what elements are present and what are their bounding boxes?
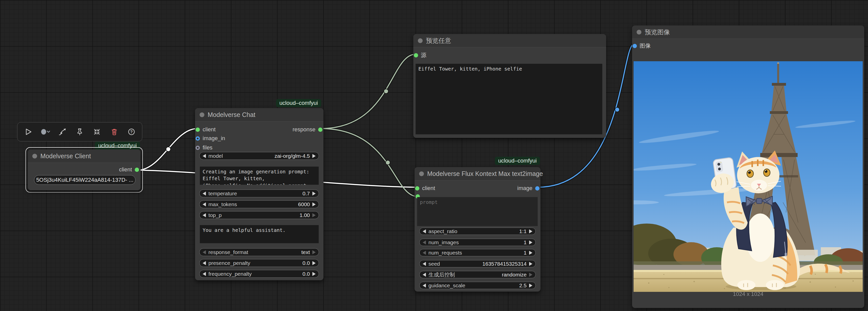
decrement-arrow-icon[interactable] xyxy=(203,250,206,254)
input-client[interactable]: client xyxy=(195,126,216,133)
increment-arrow-icon[interactable] xyxy=(529,273,532,277)
input-image-in[interactable]: image_in xyxy=(195,135,225,142)
decrement-arrow-icon[interactable] xyxy=(423,240,426,244)
collapse-dot-icon[interactable] xyxy=(418,38,423,43)
preview-image-cat-selfie[interactable] xyxy=(633,61,863,292)
input-socket-icon[interactable] xyxy=(195,136,200,141)
input-socket-icon[interactable] xyxy=(415,186,420,191)
node-modelverse-client[interactable]: Modelverse Client client 5OSj3u4KuiLF45i… xyxy=(28,149,141,190)
node-titlebar[interactable]: 预览任意 xyxy=(413,34,606,47)
collapse-dot-icon[interactable] xyxy=(199,112,205,117)
widget-response-format[interactable]: response_format text xyxy=(199,248,319,256)
widget-temperature[interactable]: temperature 0.7 xyxy=(199,189,319,197)
increment-arrow-icon[interactable] xyxy=(312,202,316,206)
widget-seed[interactable]: seed 163578415325314 xyxy=(420,260,536,267)
output-response[interactable]: response xyxy=(292,126,322,133)
decrement-arrow-icon[interactable] xyxy=(423,262,426,266)
increment-arrow-icon[interactable] xyxy=(312,154,316,158)
api-key-field[interactable]: 5OSj3u4KuiLF45iW224aA814-137D- ... xyxy=(34,175,135,185)
decrement-arrow-icon[interactable] xyxy=(423,283,426,287)
increment-arrow-icon[interactable] xyxy=(529,262,532,266)
input-source[interactable]: 源 xyxy=(414,51,427,59)
question-icon: ? xyxy=(126,127,136,137)
input-socket-icon[interactable] xyxy=(632,44,637,48)
comfyui-canvas[interactable]: { "badge_label": "ucloud–comfyui", "tool… xyxy=(0,0,868,311)
increment-arrow-icon[interactable] xyxy=(529,283,532,287)
widget-aspect-ratio[interactable]: aspect_ratio 1:1 xyxy=(420,228,536,235)
node-titlebar[interactable]: Modelverse Client xyxy=(28,149,141,163)
decrement-arrow-icon[interactable] xyxy=(423,273,426,277)
link-midpoint-dot xyxy=(384,89,388,94)
node-titlebar[interactable]: Modelverse Flux Kontext Max text2image xyxy=(414,167,540,180)
node-badge: ucloud–comfyui xyxy=(276,99,321,107)
prompt-textarea[interactable]: prompt xyxy=(417,197,538,226)
widget-max-tokens[interactable]: max_tokens 6000 xyxy=(199,200,319,208)
node-titlebar[interactable]: Modelverse Chat xyxy=(195,108,323,122)
decrement-arrow-icon[interactable] xyxy=(203,202,206,206)
increment-arrow-icon[interactable] xyxy=(312,192,316,196)
preview-text-area[interactable]: Eiffel Tower, kitten, iPhone selfie xyxy=(415,64,602,134)
node-flux-kontext-max[interactable]: Modelverse Flux Kontext Max text2image c… xyxy=(414,167,540,291)
widget-num-requests[interactable]: num_requests 1 xyxy=(420,249,536,256)
decrement-arrow-icon[interactable] xyxy=(203,192,206,196)
node-title: 预览图像 xyxy=(645,26,670,39)
collapse-dot-icon[interactable] xyxy=(637,30,642,35)
increment-arrow-icon[interactable] xyxy=(312,213,316,217)
system-prompt-textarea[interactable]: You are a helpful assistant. xyxy=(200,225,319,243)
widget-num-images[interactable]: num_images 1 xyxy=(420,239,536,246)
node-title: 预览任意 xyxy=(426,34,451,47)
decrement-arrow-icon[interactable] xyxy=(423,229,426,233)
input-socket-icon[interactable] xyxy=(195,128,200,132)
increment-arrow-icon[interactable] xyxy=(312,250,316,254)
widget-model[interactable]: model zai-org/glm-4.5 xyxy=(199,152,319,160)
input-image[interactable]: 图像 xyxy=(632,42,651,50)
run-button[interactable] xyxy=(22,126,34,138)
input-label: 源 xyxy=(421,51,427,59)
node-preview-any[interactable]: 预览任意 源 Eiffel Tower, kitten, iPhone self… xyxy=(413,34,606,138)
decrement-arrow-icon[interactable] xyxy=(203,213,206,217)
increment-arrow-icon[interactable] xyxy=(529,229,532,233)
increment-arrow-icon[interactable] xyxy=(529,251,532,255)
input-label: 图像 xyxy=(640,42,651,50)
decrement-arrow-icon[interactable] xyxy=(423,251,426,255)
increment-arrow-icon[interactable] xyxy=(529,240,532,244)
input-socket-icon[interactable] xyxy=(195,146,200,150)
increment-arrow-icon[interactable] xyxy=(312,261,316,265)
output-label: image xyxy=(517,185,532,192)
widget-presence-penalty[interactable]: presence_penalty 0.0 xyxy=(199,259,319,267)
output-image[interactable]: image xyxy=(517,185,539,192)
decrement-arrow-icon[interactable] xyxy=(203,261,206,265)
collapse-dot-icon[interactable] xyxy=(419,171,424,176)
link-style-button[interactable] xyxy=(57,126,68,138)
link-midpoint-dot xyxy=(385,160,390,165)
output-socket-icon[interactable] xyxy=(318,128,322,132)
node-modelverse-chat[interactable]: Modelverse Chat client image_in files re… xyxy=(195,108,323,280)
user-prompt-textarea[interactable]: Creating an image generation prompt: Eif… xyxy=(200,167,319,185)
link-midpoint-dot xyxy=(615,107,619,112)
output-socket-icon[interactable] xyxy=(535,186,539,191)
node-title: Modelverse Client xyxy=(40,149,91,163)
widget-frequency-penalty[interactable]: frequency_penalty 0.0 xyxy=(199,270,319,278)
widget-control-after-generate[interactable]: 生成后控制 randomize xyxy=(420,271,536,278)
input-socket-icon[interactable] xyxy=(414,53,418,58)
pin-button[interactable] xyxy=(74,126,86,138)
delete-button[interactable] xyxy=(108,126,120,138)
increment-arrow-icon[interactable] xyxy=(312,272,316,276)
widget-top-p[interactable]: top_p 1.00 xyxy=(199,211,319,219)
collapse-dot-icon[interactable] xyxy=(32,154,37,159)
output-label: response xyxy=(292,126,315,133)
svg-text:?: ? xyxy=(130,130,133,134)
help-button[interactable]: ? xyxy=(126,126,137,138)
decrement-arrow-icon[interactable] xyxy=(203,154,206,158)
input-client[interactable]: client xyxy=(415,185,435,192)
collapse-button[interactable] xyxy=(91,126,103,138)
input-files[interactable]: files xyxy=(195,144,213,151)
output-client[interactable]: client xyxy=(119,166,139,173)
node-color-button[interactable] xyxy=(39,126,51,138)
decrement-arrow-icon[interactable] xyxy=(203,272,206,276)
output-socket-icon[interactable] xyxy=(135,168,139,172)
node-preview-image[interactable]: 预览图像 图像 xyxy=(632,26,864,308)
widget-guidance-scale[interactable]: guidance_scale 2.5 xyxy=(420,282,536,289)
node-titlebar[interactable]: 预览图像 xyxy=(632,26,864,39)
node-title: Modelverse Chat xyxy=(208,108,255,121)
